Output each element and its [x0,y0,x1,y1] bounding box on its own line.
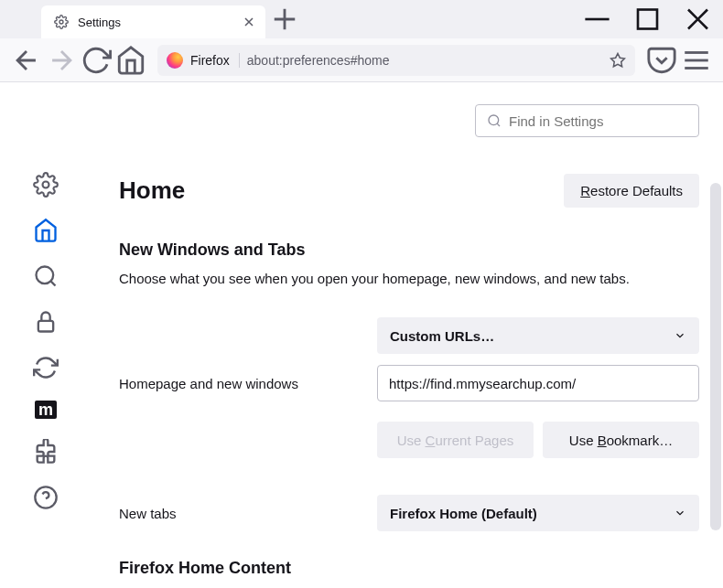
search-icon [487,113,502,128]
close-icon[interactable] [242,15,256,29]
svg-line-12 [497,123,500,126]
sidebar-home-icon[interactable] [33,218,59,243]
svg-marker-2 [611,53,625,66]
titlebar: Settings [0,0,723,38]
browser-tab[interactable]: Settings [41,5,265,38]
section-description: Choose what you see when you open your h… [119,269,699,288]
homepage-label: Homepage and new windows [119,376,377,391]
svg-point-6 [43,182,49,188]
find-in-settings-input[interactable] [509,113,687,129]
sidebar-help-icon[interactable] [33,485,59,510]
section-heading-new-windows: New Windows and Tabs [119,241,699,260]
sidebar-sync-icon[interactable] [33,355,59,380]
window-controls [572,0,723,38]
homepage-mode-dropdown[interactable]: Custom URLs… [377,317,699,354]
chevron-down-icon [674,329,686,342]
settings-sidebar: m [0,82,92,588]
identity-label: Firefox [190,53,240,68]
navigation-toolbar: Firefox about:preferences#home [0,38,723,82]
maximize-button[interactable] [622,0,673,38]
svg-point-11 [489,115,499,125]
page-header: Home Restore Defaults [119,174,699,208]
newtabs-dropdown[interactable]: Firefox Home (Default) [377,495,699,531]
svg-point-7 [37,267,54,284]
forward-button[interactable] [46,45,77,76]
bookmark-star-icon[interactable] [610,52,626,69]
homepage-url-row: Homepage and new windows [119,365,699,401]
newtabs-row: New tabs Firefox Home (Default) [119,495,699,531]
gear-icon [54,15,69,29]
url-text: about:preferences#home [247,53,602,68]
close-window-button[interactable] [673,0,723,38]
use-bookmark-button[interactable]: Use Bookmark… [543,422,699,458]
content-area: m Home Restore Defaults New Windows and … [0,82,723,588]
find-in-settings[interactable] [475,104,699,137]
new-tab-button[interactable] [271,5,298,33]
svg-line-8 [50,281,55,285]
pocket-icon[interactable] [646,45,677,76]
tab-title: Settings [78,16,232,29]
newtabs-label: New tabs [119,506,377,521]
sidebar-m-badge[interactable]: m [35,401,57,419]
homepage-dropdown-row: Custom URLs… [119,317,699,354]
sidebar-privacy-icon[interactable] [33,309,59,335]
settings-main: Home Restore Defaults New Windows and Ta… [92,82,723,588]
svg-rect-1 [638,10,657,29]
section-heading-firefox-home: Firefox Home Content [119,559,699,578]
sidebar-general-icon[interactable] [33,172,59,198]
home-icon[interactable] [115,45,146,76]
firefox-icon [167,52,183,69]
homepage-buttons-row: Use Current Pages Use Bookmark… [119,412,699,484]
dropdown-value: Custom URLs… [390,328,494,344]
use-current-pages-button[interactable]: Use Current Pages [377,422,534,458]
sidebar-extensions-icon[interactable] [33,439,59,465]
svg-point-0 [59,20,63,24]
url-bar[interactable]: Firefox about:preferences#home [157,45,635,76]
scrollbar[interactable] [710,183,721,530]
menu-button[interactable] [681,45,712,76]
back-button[interactable] [11,45,42,76]
homepage-url-input[interactable] [377,365,699,401]
reload-button[interactable] [81,45,112,76]
page-title: Home [119,176,185,205]
minimize-button[interactable] [572,0,622,38]
restore-defaults-button[interactable]: Restore Defaults [564,174,699,208]
dropdown-value: Firefox Home (Default) [390,506,537,521]
chevron-down-icon [674,507,686,519]
sidebar-search-icon[interactable] [33,263,59,289]
svg-rect-9 [38,321,53,332]
